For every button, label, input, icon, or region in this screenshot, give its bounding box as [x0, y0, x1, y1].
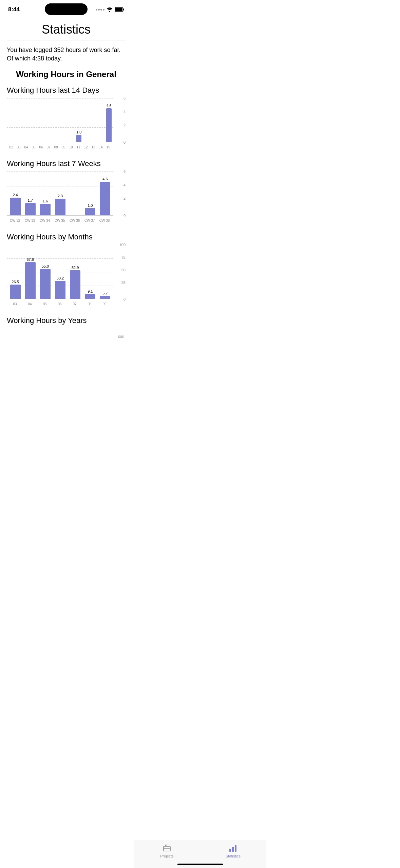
- bar-value-label: 33.2: [57, 276, 64, 280]
- bar-group: [30, 98, 38, 142]
- bar-group: [53, 98, 60, 142]
- x-axis-label: 06: [37, 144, 45, 149]
- bar-value-label: 1.7: [28, 198, 33, 202]
- chart-last14days: Working Hours last 14 Days1.04.664200203…: [7, 86, 126, 149]
- bar-group: 2.3: [53, 171, 68, 215]
- bar-value-label: 2.3: [58, 194, 63, 198]
- bar-value-label: 9.1: [88, 289, 93, 293]
- summary-text: You have logged 352 hours of work so far…: [7, 46, 126, 63]
- x-axis-label: 10: [67, 144, 75, 149]
- bar-group: 52.9: [68, 245, 83, 299]
- bar-group: 55.0: [38, 245, 53, 299]
- bar-value-label: 5.7: [102, 291, 108, 295]
- bar-group: 1.0: [75, 98, 83, 142]
- bar-value-label: 4.6: [106, 104, 111, 108]
- bar: [100, 182, 110, 216]
- x-axis-label: 06: [52, 301, 67, 306]
- bar-group: [23, 98, 30, 142]
- x-axis-label: 05: [30, 144, 37, 149]
- bar-group: [8, 98, 15, 142]
- bar: [70, 270, 80, 299]
- bar-group: [83, 98, 90, 142]
- x-axis-label: 04: [22, 144, 30, 149]
- svg-rect-1: [123, 8, 124, 11]
- bar-group: [68, 98, 75, 142]
- bar-group: 2.4: [8, 171, 23, 215]
- x-axis-label: CW 34: [37, 218, 52, 222]
- chart-byYears: Working Hours by Years600: [7, 316, 126, 345]
- x-axis-label: 07: [67, 301, 82, 306]
- status-icons: [96, 7, 124, 12]
- svg-rect-2: [115, 8, 122, 11]
- bar-value-label: 52.9: [72, 266, 79, 270]
- main-content: Statistics You have logged 352 hours of …: [0, 17, 132, 386]
- x-axis-label: CW 33: [22, 218, 37, 222]
- bar-group: [68, 171, 83, 215]
- bar: [40, 269, 51, 299]
- bar: [25, 203, 36, 216]
- bar: [85, 208, 95, 216]
- x-axis-label: CW 38: [97, 218, 112, 222]
- x-axis-label: 03: [7, 301, 22, 306]
- charts-container: Working Hours last 14 Days1.04.664200203…: [7, 86, 126, 345]
- bar-group: 67.6: [23, 245, 38, 299]
- status-time: 8:44: [8, 6, 20, 13]
- bar-group: 1.0: [83, 171, 98, 215]
- bar-group: [38, 98, 45, 142]
- signal-icon: [96, 9, 104, 11]
- bar-group: 26.5: [8, 245, 23, 299]
- page-title: Statistics: [7, 17, 126, 40]
- bar-group: [45, 98, 53, 142]
- battery-icon: [115, 7, 124, 12]
- chart-title-byYears: Working Hours by Years: [7, 316, 126, 325]
- divider: [7, 40, 126, 40]
- x-axis-label: 14: [97, 144, 104, 149]
- bar-group: 5.7: [98, 245, 113, 299]
- status-bar: 8:44: [0, 0, 132, 17]
- x-axis-label: 08: [52, 144, 60, 149]
- chart-title-byMonths: Working Hours by Months: [7, 233, 126, 241]
- x-axis-label: CW 35: [52, 218, 67, 222]
- x-axis-label: 08: [82, 301, 97, 306]
- bar: [76, 135, 81, 142]
- bar: [40, 204, 51, 216]
- bar-group: 1.6: [38, 171, 53, 215]
- general-section-title: Working Hours in General: [7, 70, 126, 79]
- wifi-icon: [107, 7, 113, 12]
- bar-group: 4.6: [98, 171, 113, 215]
- x-axis-label: 05: [37, 301, 52, 306]
- bar-group: 33.2: [53, 245, 68, 299]
- bar-group: [60, 98, 68, 142]
- bar-value-label: 1.6: [43, 199, 48, 203]
- x-axis-label: CW 37: [82, 218, 97, 222]
- chart-byMonths: Working Hours by Months26.567.655.033.25…: [7, 233, 126, 306]
- chart-title-last7weeks: Working Hours last 7 Weeks: [7, 159, 126, 168]
- bar-group: [15, 98, 23, 142]
- x-axis-label: 02: [7, 144, 15, 149]
- bar: [10, 198, 21, 215]
- bar-value-label: 1.0: [88, 203, 93, 207]
- x-axis-label: 09: [97, 301, 112, 306]
- x-axis-label: 12: [82, 144, 90, 149]
- bar: [106, 108, 111, 142]
- bar: [100, 296, 110, 299]
- bar: [55, 281, 65, 299]
- dynamic-island: [45, 3, 88, 15]
- x-axis-label: 15: [104, 144, 112, 149]
- bar-value-label: 1.0: [76, 130, 81, 134]
- bar-value-label: 67.6: [27, 257, 34, 261]
- x-axis-label: 07: [45, 144, 52, 149]
- bar: [55, 199, 65, 216]
- bar: [10, 285, 21, 299]
- bar-value-label: 55.0: [42, 264, 49, 268]
- x-axis-label: CW 36: [67, 218, 82, 222]
- x-axis-label: 04: [22, 301, 37, 306]
- x-axis-label: 09: [60, 144, 67, 149]
- chart-last7weeks: Working Hours last 7 Weeks2.41.71.62.31.…: [7, 159, 126, 222]
- x-axis-label: 11: [75, 144, 82, 149]
- bar-group: [90, 98, 98, 142]
- bar: [85, 294, 95, 299]
- bar-value-label: 2.4: [13, 193, 18, 197]
- bar-group: 9.1: [83, 245, 98, 299]
- bar-group: 4.6: [105, 98, 113, 142]
